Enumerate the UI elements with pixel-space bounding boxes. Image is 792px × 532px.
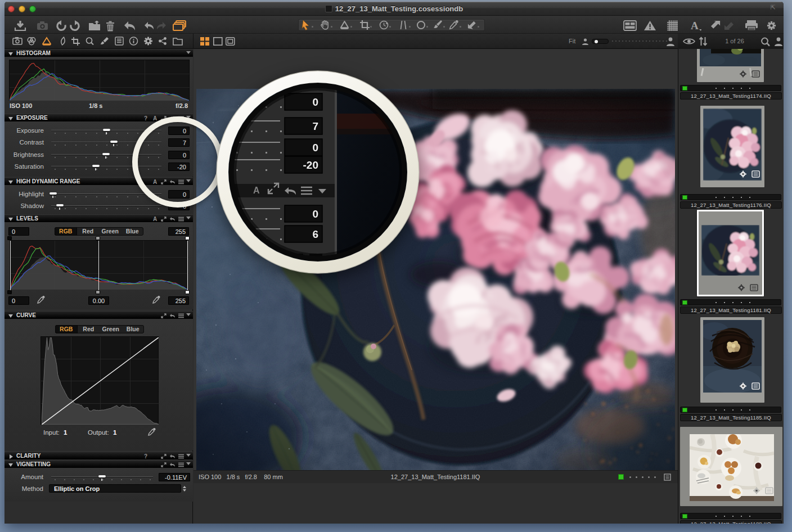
svg-text:A: A (691, 20, 699, 31)
svg-text:0: 0 (312, 208, 318, 220)
svg-text:7: 7 (312, 120, 318, 132)
svg-text:-20: -20 (303, 159, 318, 171)
svg-text:6: 6 (312, 228, 318, 240)
svg-text:0: 0 (312, 142, 318, 154)
svg-text:A: A (253, 186, 260, 195)
svg-text:0: 0 (312, 96, 318, 108)
